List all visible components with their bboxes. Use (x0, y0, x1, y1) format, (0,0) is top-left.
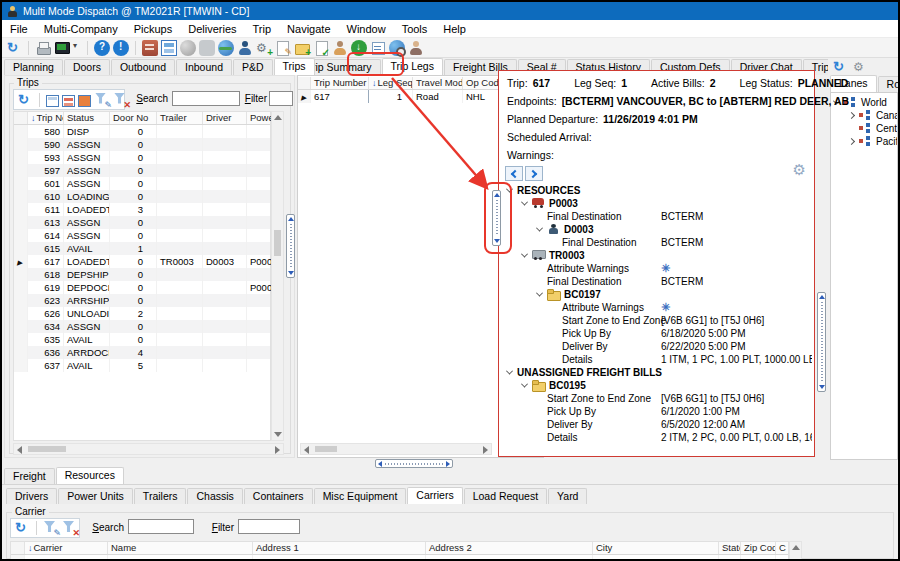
tab[interactable]: Trips (274, 58, 315, 75)
view-white-icon[interactable] (46, 95, 59, 107)
gear-icon[interactable] (793, 161, 806, 179)
tab[interactable]: Planning (4, 59, 63, 75)
view-red-icon[interactable] (62, 95, 75, 107)
tree-expander-icon[interactable] (536, 290, 543, 297)
tab[interactable]: P&D (233, 59, 273, 75)
tree-row[interactable]: Details 2 ITM, 2 PC, 0.00 PLT, 0.00 LB, … (501, 431, 812, 444)
help-icon[interactable] (94, 40, 110, 56)
trip-legs-horizontal-scrollbar[interactable] (300, 443, 492, 455)
tree-row[interactable]: UNASSIGNED FREIGHT BILLS (501, 366, 812, 379)
tree-expander-icon[interactable] (848, 112, 855, 119)
tab[interactable]: Freight (4, 468, 55, 484)
refresh-icon[interactable] (14, 520, 30, 536)
previous-leg-button[interactable] (505, 166, 523, 181)
trips-search-input[interactable] (172, 91, 240, 106)
chat-gray-icon[interactable] (199, 40, 215, 56)
view-orange-icon[interactable] (78, 95, 91, 107)
tree-row[interactable]: Deliver By 6/22/2020 5:00 PM (501, 340, 812, 353)
gear-add-icon[interactable] (256, 40, 272, 56)
tab[interactable]: Inbound (176, 59, 232, 75)
tab[interactable]: Routes (878, 76, 900, 92)
tab[interactable]: Resources (56, 467, 124, 484)
tree-row[interactable]: Attribute Warnings (501, 301, 812, 314)
trips-horizontal-scrollbar[interactable] (13, 443, 284, 455)
table-row[interactable]: 617 LOADEDTO 0 TR0003 D0003 P0003 (14, 255, 270, 268)
tree-row[interactable]: Pick Up By 6/18/2020 5:00 PM (501, 327, 812, 340)
split-view-icon[interactable] (161, 40, 177, 56)
table-row[interactable]: 101TRANS 101 TRANSPORT INC 101 Davey St … (11, 555, 788, 561)
note-edit-icon[interactable] (275, 40, 291, 56)
globe-gray-icon[interactable] (180, 40, 196, 56)
menu-item[interactable]: Trip (245, 22, 280, 36)
horizontal-splitter[interactable] (375, 459, 453, 468)
table-row[interactable]: 636 ARRDOCK 4 (14, 346, 270, 359)
tree-row[interactable]: Start Zone to End Zone [V6B 6G1] to [T5J… (501, 314, 812, 327)
table-row[interactable]: 637 AVAIL 5 (14, 359, 270, 372)
tree-row[interactable]: D0003 (501, 223, 812, 236)
tab[interactable]: Outbound (111, 59, 175, 75)
tab[interactable]: Yard (548, 488, 587, 504)
tree-row[interactable]: Start Zone to End Zone [V6B 6G1] to [T5J… (501, 392, 812, 405)
table-row[interactable]: 580 DISP 0 (14, 125, 270, 138)
carrier-vertical-scrollbar[interactable] (789, 541, 802, 560)
trips-filter-input[interactable] (269, 91, 293, 106)
table-row[interactable]: 613 ASSGN 0 (14, 216, 270, 229)
tree-row[interactable]: Deliver By 6/5/2020 12:00 AM (501, 418, 812, 431)
tab[interactable]: Chassis (187, 488, 242, 504)
tree-row[interactable]: Final Destination BCTERM (501, 275, 812, 288)
table-row[interactable]: 619 DEPDOCK 0 P0003 (14, 281, 270, 294)
user-icon[interactable] (237, 40, 253, 56)
table-row[interactable]: 618 DEPSHIP 0 (14, 268, 270, 281)
tab[interactable]: Load Request (464, 488, 547, 504)
doc-check-icon[interactable] (313, 40, 329, 56)
tree-row[interactable]: Final Destination BCTERM (501, 236, 812, 249)
user-edit-icon[interactable] (332, 40, 348, 56)
table-row[interactable]: 614 ASSGN 0 (14, 229, 270, 242)
table-row[interactable]: 611 LOADEDTO 3 (14, 203, 270, 216)
settings-icon[interactable] (852, 59, 868, 75)
tab[interactable]: Trailers (134, 488, 187, 504)
download-icon[interactable] (351, 40, 367, 56)
refresh-icon[interactable] (17, 92, 33, 108)
tab[interactable]: Doors (64, 59, 110, 75)
list-view-icon[interactable] (370, 40, 386, 56)
carrier-search-input[interactable] (128, 519, 194, 534)
table-row[interactable]: 626 UNLOADING 2 (14, 307, 270, 320)
tree-row[interactable]: Central (831, 122, 897, 135)
filter-edit-icon[interactable] (43, 520, 59, 536)
tree-expander-icon[interactable] (521, 251, 528, 258)
filter-edit-icon[interactable] (94, 92, 110, 108)
menu-item[interactable]: Navigate (279, 22, 338, 36)
table-row[interactable]: 634 ASSGN 0 (14, 320, 270, 333)
tree-row[interactable]: P0003 (501, 197, 812, 210)
tree-expander-icon[interactable] (536, 225, 543, 232)
tree-row[interactable]: BC0197 (501, 288, 812, 301)
left-panel-splitter[interactable] (286, 214, 295, 278)
globe-icon[interactable] (218, 40, 234, 56)
table-row[interactable]: 590 ASSGN 0 (14, 138, 270, 151)
tree-row[interactable]: RESOURCES (501, 184, 812, 197)
table-row[interactable]: 615 AVAIL 1 (14, 242, 270, 255)
carrier-table-header[interactable]: Carrier Name Address 1 Address 2 City St… (11, 542, 788, 555)
print-icon[interactable] (35, 40, 51, 56)
tree-expander-icon[interactable] (506, 368, 513, 375)
menu-item[interactable]: Window (339, 22, 394, 36)
tab[interactable]: Power Units (58, 488, 133, 504)
tab[interactable]: Misc Equipment (314, 488, 407, 504)
filter-clear-icon[interactable] (62, 520, 78, 536)
trips-vertical-scrollbar[interactable] (271, 111, 284, 441)
tree-expander-icon[interactable] (848, 138, 855, 145)
table-row[interactable]: 597 ASSGN 0 (14, 164, 270, 177)
menu-item[interactable]: Multi-Company (36, 22, 126, 36)
right-panel-splitter[interactable] (817, 292, 826, 392)
filter-clear-icon[interactable] (113, 92, 129, 108)
tree-row[interactable]: Canadian (831, 109, 897, 122)
tab[interactable]: Drivers (6, 488, 57, 504)
contact-icon[interactable] (408, 40, 424, 56)
tab[interactable]: Containers (244, 488, 313, 504)
carrier-filter-input[interactable] (238, 519, 300, 534)
tree-row[interactable]: Pacific La (831, 135, 897, 148)
tree-row[interactable]: Pick Up By 6/1/2020 1:00 PM (501, 405, 812, 418)
menu-item[interactable]: File (2, 22, 36, 36)
folder-add-icon[interactable] (294, 40, 310, 56)
